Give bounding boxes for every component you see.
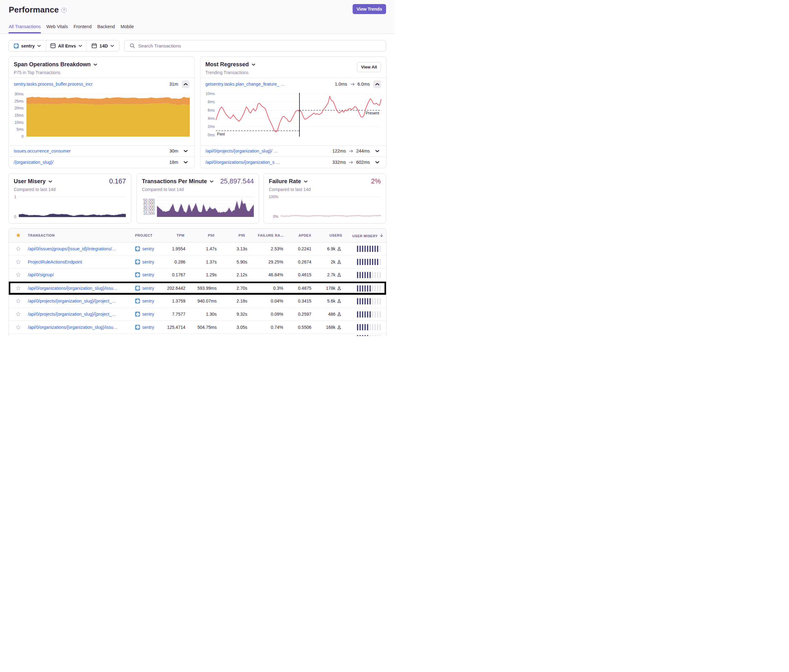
svg-text:100%: 100%	[269, 195, 278, 199]
svg-text:8ms: 8ms	[208, 100, 215, 104]
svg-text:15ms: 15ms	[14, 113, 24, 118]
svg-text:0ms: 0ms	[208, 133, 215, 137]
svg-text:0: 0	[22, 134, 24, 139]
svg-text:Past: Past	[217, 132, 225, 136]
svg-text:0%: 0%	[273, 214, 278, 219]
svg-text:10ms: 10ms	[14, 120, 24, 125]
svg-text:5ms: 5ms	[17, 127, 24, 132]
svg-text:4ms: 4ms	[208, 116, 215, 121]
svg-text:2ms: 2ms	[208, 125, 215, 129]
svg-text:1: 1	[14, 195, 16, 199]
svg-text:30ms: 30ms	[14, 92, 24, 96]
svg-text:10ms: 10ms	[206, 92, 215, 96]
svg-text:20ms: 20ms	[14, 106, 24, 110]
svg-text:0: 0	[14, 215, 16, 219]
svg-text:Present: Present	[366, 111, 380, 115]
svg-text:10,000: 10,000	[143, 211, 155, 215]
svg-text:6ms: 6ms	[208, 108, 215, 113]
svg-text:25ms: 25ms	[14, 99, 24, 104]
